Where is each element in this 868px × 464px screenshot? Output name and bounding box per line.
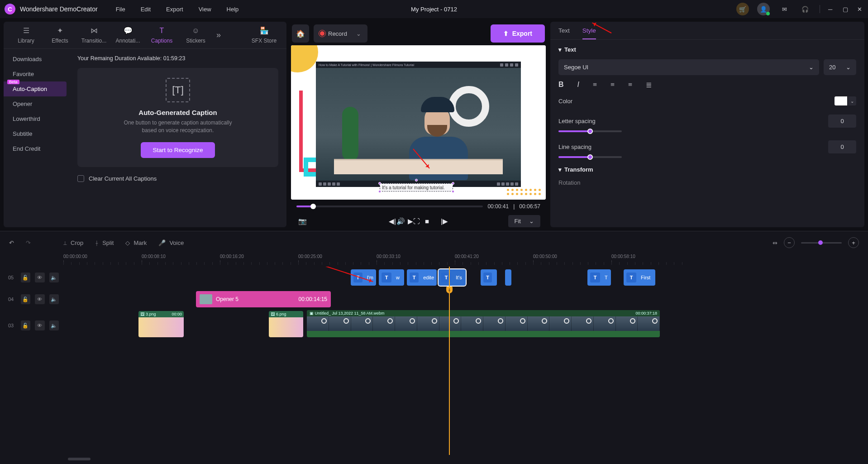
cat-opener[interactable]: Opener: [4, 96, 69, 111]
zoom-out-button[interactable]: −: [784, 237, 795, 248]
font-select[interactable]: Segoe UI⌄: [558, 59, 819, 75]
menu-view[interactable]: View: [199, 6, 211, 13]
cat-end-credit[interactable]: End Credit: [4, 141, 69, 156]
lock-track-button[interactable]: 🔓: [21, 294, 30, 304]
home-button[interactable]: 🏠: [292, 24, 309, 43]
caption-clip[interactable]: TFirst: [624, 269, 655, 286]
color-picker[interactable]: ⌄: [835, 96, 856, 105]
zoom-in-button[interactable]: +: [848, 237, 859, 248]
tab-stickers[interactable]: ☺Stickers: [179, 27, 213, 44]
redo-button[interactable]: ↷: [26, 239, 31, 246]
fit-width-button[interactable]: ⇔: [773, 239, 777, 246]
cat-subtitle[interactable]: Subtitle: [4, 126, 69, 141]
playhead-handle-icon[interactable]: ⟊: [446, 287, 453, 293]
line-spacing-input[interactable]: 0: [828, 140, 856, 153]
section-transform-toggle[interactable]: ▾Transform: [558, 166, 856, 173]
tab-transitions[interactable]: ⋈Transitio...: [77, 26, 111, 44]
video-clip[interactable]: ▣ Untitled_ Jul 13,2022 11_58 AM.webm00:…: [307, 310, 660, 337]
scrub-track[interactable]: [296, 206, 483, 207]
caption-clip-selected[interactable]: TIt's: [439, 269, 466, 286]
caption-clip[interactable]: TT: [587, 269, 611, 286]
menu-file[interactable]: File: [116, 6, 125, 13]
opener-clip[interactable]: Opener 5 00:00:14:15: [196, 291, 331, 307]
prev-frame-button[interactable]: ◀|: [387, 215, 398, 227]
letter-spacing-input[interactable]: 0: [828, 115, 856, 128]
mail-icon[interactable]: ✉: [778, 3, 791, 15]
lock-track-button[interactable]: 🔓: [21, 273, 30, 282]
visibility-track-button[interactable]: 👁: [35, 273, 44, 282]
align-center-button[interactable]: ≡: [610, 81, 615, 89]
close-icon[interactable]: ✕: [857, 6, 863, 12]
stop-button[interactable]: ■: [423, 215, 431, 227]
record-button[interactable]: Record ⌄: [314, 24, 367, 43]
preview-viewport[interactable]: How to Make A Tutorial with Filmora! | W…: [291, 45, 546, 200]
split-tool[interactable]: ⟊Split: [95, 239, 114, 246]
menu-export[interactable]: Export: [166, 6, 183, 13]
scrub-thumb[interactable]: [310, 204, 316, 209]
horizontal-scrollbar[interactable]: [68, 458, 809, 461]
selection-handle[interactable]: [378, 182, 381, 185]
italic-button[interactable]: I: [577, 81, 579, 89]
zoom-slider[interactable]: [801, 242, 842, 244]
more-tabs-icon[interactable]: »: [213, 30, 224, 40]
section-text-toggle[interactable]: ▾Text: [558, 46, 856, 53]
image-clip[interactable]: 🖼6.png: [269, 311, 303, 337]
tab-text[interactable]: Text: [558, 27, 570, 39]
play-button[interactable]: ▶: [406, 215, 415, 227]
tab-effects[interactable]: ✦Effects: [43, 26, 77, 44]
align-left-button[interactable]: ≡: [593, 81, 597, 89]
timeline-ruler[interactable]: 00:00:00:00 00:00:08:10 00:00:16:20 00:0…: [59, 254, 868, 267]
selection-handle[interactable]: [415, 179, 418, 182]
cat-downloads[interactable]: Downloads: [4, 52, 69, 67]
menu-edit[interactable]: Edit: [141, 6, 151, 13]
letter-spacing-slider[interactable]: [558, 130, 622, 132]
align-justify-button[interactable]: ≣: [646, 81, 652, 89]
align-right-button[interactable]: ≡: [628, 81, 632, 89]
caption-textbox[interactable]: It's a tutorial for making tutorial.: [380, 183, 453, 191]
next-frame-button[interactable]: |▶: [439, 215, 450, 227]
support-icon[interactable]: 🎧: [799, 3, 811, 15]
cart-icon[interactable]: 🛒: [736, 3, 749, 15]
tab-sfx-store[interactable]: 🏪SFX Store: [247, 26, 281, 44]
caption-clip[interactable]: T: [481, 269, 497, 286]
selection-handle[interactable]: [452, 190, 454, 193]
tab-captions[interactable]: TCaptions: [145, 27, 179, 44]
line-spacing-slider[interactable]: [558, 156, 622, 158]
selection-handle[interactable]: [452, 182, 454, 185]
tab-annotations[interactable]: 💬Annotati...: [111, 26, 145, 44]
caption-clip[interactable]: [505, 269, 511, 286]
cat-auto-caption[interactable]: BetaAuto-Caption: [4, 81, 67, 96]
image-clip[interactable]: 🖼3.png00:00: [138, 311, 184, 337]
mute-track-button[interactable]: 🔈: [49, 320, 59, 330]
clear-captions-checkbox[interactable]: [77, 175, 84, 182]
maximize-icon[interactable]: ▢: [843, 6, 849, 12]
bold-button[interactable]: B: [558, 81, 564, 89]
menu-help[interactable]: Help: [227, 6, 239, 13]
undo-button[interactable]: ↶: [9, 239, 14, 246]
visibility-track-button[interactable]: 👁: [35, 320, 44, 330]
user-avatar-icon[interactable]: 👤: [757, 3, 770, 15]
lock-track-button[interactable]: 🔓: [21, 320, 30, 330]
start-recognize-button[interactable]: Start to Recognize: [141, 142, 215, 158]
visibility-track-button[interactable]: 👁: [35, 294, 44, 304]
clear-captions-row[interactable]: Clear Current All Captions: [77, 175, 278, 182]
font-size-select[interactable]: 20⌄: [824, 59, 856, 75]
minimize-icon[interactable]: ─: [828, 6, 835, 12]
voice-tool[interactable]: 🎤Voice: [158, 239, 184, 246]
cat-lowerthird[interactable]: Lowerthird: [4, 111, 69, 126]
crop-tool[interactable]: ⟂Crop: [63, 239, 83, 246]
tab-library[interactable]: ☰Library: [9, 26, 43, 44]
fit-selector[interactable]: Fit⌄: [508, 215, 540, 227]
playhead[interactable]: ⟊: [449, 267, 450, 455]
mark-tool[interactable]: ◇Mark: [125, 239, 147, 246]
mute-track-button[interactable]: 🔈: [49, 294, 59, 304]
selection-handle[interactable]: [378, 190, 381, 193]
caption-clip[interactable]: Tedite: [407, 269, 437, 286]
tab-style[interactable]: Style: [582, 27, 596, 39]
snapshot-button[interactable]: 📷: [296, 215, 309, 227]
scrollbar-thumb[interactable]: [68, 458, 91, 460]
caption-clip[interactable]: Tw: [379, 269, 404, 286]
chevron-down-icon: ⌄: [356, 30, 361, 37]
export-button[interactable]: ⬆Export: [491, 24, 545, 43]
mute-track-button[interactable]: 🔈: [49, 273, 59, 282]
